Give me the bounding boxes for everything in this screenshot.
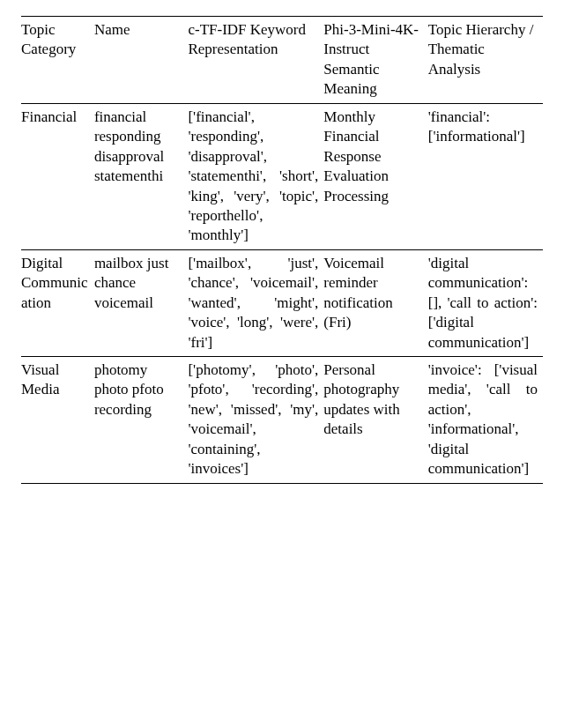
header-keywords: c-TF-IDF Keyword Representation [188, 17, 323, 104]
cell-name: mailbox just chance voicemail [94, 249, 189, 356]
cell-hierarchy: 'digital communication': [], 'call to ac… [428, 249, 543, 356]
cell-category: Digital Communication [21, 249, 94, 356]
cell-keywords: ['photomy', 'photo', 'pfoto', 'recording… [188, 357, 323, 484]
header-hierarchy: Topic Hierarchy / Thematic Analysis [428, 17, 543, 104]
topic-table: Topic Category Name c-TF-IDF Keyword Rep… [21, 16, 543, 484]
cell-name: photomy photo pfoto recording [94, 357, 189, 484]
header-row: Topic Category Name c-TF-IDF Keyword Rep… [21, 17, 543, 104]
cell-semantic: Personal photography updates with detail… [323, 357, 427, 484]
cell-hierarchy: 'invoice': ['visual media', 'call to act… [428, 357, 543, 484]
cell-semantic: Voicemail reminder notification (Fri) [323, 249, 427, 356]
cell-keywords: ['mailbox', 'just', 'chance', 'voicemail… [188, 249, 323, 356]
header-name: Name [94, 17, 189, 104]
header-semantic: Phi-3-Mini-4K-Instruct Semantic Meaning [323, 17, 427, 104]
cell-semantic: Monthly Financial Response Evaluation Pr… [323, 103, 427, 249]
cell-keywords: ['financial', 'responding', 'disapproval… [188, 103, 323, 249]
cell-hierarchy: 'financial': ['informational'] [428, 103, 543, 249]
header-topic-category: Topic Category [21, 17, 94, 104]
table-row: Digital Communication mailbox just chanc… [21, 249, 543, 356]
cell-name: financial responding disapproval stateme… [94, 103, 189, 249]
table-row: Visual Media photomy photo pfoto recordi… [21, 357, 543, 484]
cell-category: Visual Media [21, 357, 94, 484]
table-row: Financial financial responding disapprov… [21, 103, 543, 249]
cell-category: Financial [21, 103, 94, 249]
